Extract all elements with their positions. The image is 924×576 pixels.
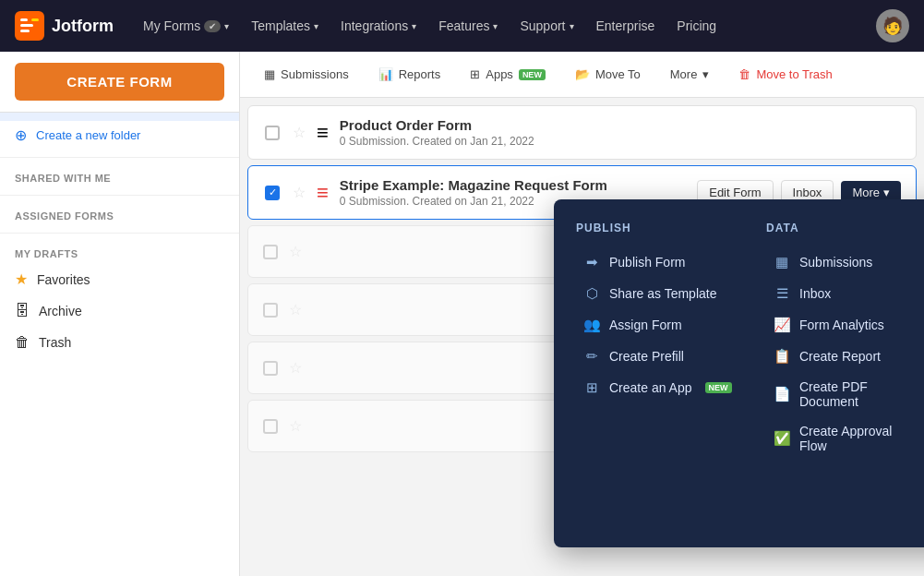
my-forms-badge: ✔ xyxy=(204,20,221,32)
create-app-badge: NEW xyxy=(705,382,732,393)
chevron-down-icon: ▾ xyxy=(883,186,890,199)
nav-my-forms[interactable]: My Forms ✔ ▾ xyxy=(143,18,229,33)
top-navigation: Jotform My Forms ✔ ▾ Templates ▾ Integra… xyxy=(0,0,924,52)
logo-text: Jotform xyxy=(52,17,114,36)
star-icon: ★ xyxy=(15,270,28,288)
dropdown-assign-form[interactable]: 👥 Assign Form xyxy=(576,310,744,340)
sidebar-trash[interactable]: 🗑 Trash xyxy=(0,327,239,358)
nav-pricing[interactable]: Pricing xyxy=(677,18,716,33)
archive-icon: 🗄 xyxy=(15,303,30,319)
dropdown-inbox[interactable]: ☰ Inbox xyxy=(766,279,923,308)
move-icon: 📂 xyxy=(575,67,590,81)
form1-checkbox[interactable] xyxy=(265,126,280,140)
approval-icon: ✅ xyxy=(774,430,790,447)
form2-checkbox-area[interactable] xyxy=(263,186,282,200)
apps-icon: ⊞ xyxy=(470,67,480,81)
form1-info: Product Order Form 0 Submission. Created… xyxy=(340,117,901,148)
empty-checkbox[interactable] xyxy=(263,245,278,259)
nav-features[interactable]: Features ▾ xyxy=(438,18,498,33)
apps-button[interactable]: ⊞ Apps NEW xyxy=(457,62,558,87)
svg-rect-1 xyxy=(20,18,28,21)
form2-checkbox[interactable] xyxy=(265,186,280,200)
toolbar: ▦ Submissions 📊 Reports ⊞ Apps NEW 📂 Mov… xyxy=(240,52,924,98)
publish-icon: ➡ xyxy=(583,254,600,270)
data-col-title: DATA xyxy=(766,222,923,234)
form1-star[interactable]: ☆ xyxy=(293,124,306,141)
form2-star[interactable]: ☆ xyxy=(293,184,306,201)
assign-icon: 👥 xyxy=(583,317,600,333)
form1-meta: 0 Submission. Created on Jan 21, 2022 xyxy=(340,135,901,148)
content-area: ▦ Submissions 📊 Reports ⊞ Apps NEW 📂 Mov… xyxy=(240,52,924,576)
form2-icon: ≡ xyxy=(317,181,329,205)
more-button[interactable]: More ▾ xyxy=(657,62,723,87)
logo[interactable]: Jotform xyxy=(15,11,114,41)
publish-col-title: PUBLISH xyxy=(576,222,744,234)
svg-rect-4 xyxy=(31,18,39,21)
form1-checkbox-area[interactable] xyxy=(263,126,282,140)
submissions-button[interactable]: ▦ Submissions xyxy=(251,62,362,87)
dropdown-submissions[interactable]: ▦ Submissions xyxy=(766,247,923,277)
apps-new-badge: NEW xyxy=(519,69,546,80)
dropdown-publish-col: PUBLISH ➡ Publish Form ⬡ Share as Templa… xyxy=(576,222,755,525)
dropdown-publish-form[interactable]: ➡ Publish Form xyxy=(576,247,744,277)
trash-red-icon: 🗑 xyxy=(738,67,750,81)
table-icon: ▦ xyxy=(264,67,275,81)
plus-icon: ⊕ xyxy=(15,126,27,144)
main-layout: MY FORMS 📁 All Forms ⊕ Create a new fold… xyxy=(0,52,924,576)
empty-star[interactable]: ☆ xyxy=(289,359,302,377)
my-forms-chevron: ▾ xyxy=(224,21,229,31)
chevron-down-icon: ▾ xyxy=(702,67,709,81)
dropdown-share-template[interactable]: ⬡ Share as Template xyxy=(576,279,744,308)
empty-star[interactable]: ☆ xyxy=(289,243,302,260)
nav-support[interactable]: Support ▾ xyxy=(520,18,573,33)
user-avatar[interactable]: 🧑 xyxy=(876,9,909,42)
nav-enterprise[interactable]: Enterprise xyxy=(596,18,655,33)
dropdown-data-col: DATA ▦ Submissions ☰ Inbox 📈 Form Analyt… xyxy=(755,222,924,525)
app-icon: ⊞ xyxy=(583,379,600,396)
move-to-button[interactable]: 📂 Move To xyxy=(562,62,654,87)
empty-checkbox[interactable] xyxy=(263,303,278,318)
reports-button[interactable]: 📊 Reports xyxy=(366,62,454,87)
dropdown-create-pdf[interactable]: 📄 Create PDF Document xyxy=(766,373,923,415)
trash-icon: 🗑 xyxy=(15,334,30,351)
dropdown-form-analytics[interactable]: 📈 Form Analytics xyxy=(766,310,923,340)
form1-icon: ≡ xyxy=(317,121,329,145)
dropdown-create-prefill[interactable]: ✏ Create Prefill xyxy=(576,342,744,371)
assigned-section-label: ASSIGNED FORMS xyxy=(0,203,239,225)
dropdown-create-approval[interactable]: ✅ Create Approval Flow xyxy=(766,417,923,460)
svg-rect-3 xyxy=(20,30,30,32)
dropdown-create-app[interactable]: ⊞ Create an App NEW xyxy=(576,373,744,402)
move-trash-button[interactable]: 🗑 Move to Trash xyxy=(726,62,845,87)
empty-checkbox[interactable] xyxy=(263,361,278,376)
form2-title: Stripe Example: Magazine Request Form xyxy=(340,177,686,193)
more-dropdown: PUBLISH ➡ Publish Form ⬡ Share as Templa… xyxy=(554,199,924,547)
share-icon: ⬡ xyxy=(583,285,600,302)
drafts-section-label: MY DRAFTS xyxy=(0,241,239,263)
sidebar: MY FORMS 📁 All Forms ⊕ Create a new fold… xyxy=(0,52,240,576)
create-form-button[interactable]: CREATE FORM xyxy=(15,63,224,101)
pdf-icon: 📄 xyxy=(774,386,790,402)
analytics-icon: 📈 xyxy=(774,317,790,333)
svg-rect-2 xyxy=(20,24,33,27)
submissions-icon: ▦ xyxy=(774,254,790,270)
nav-integrations[interactable]: Integrations ▾ xyxy=(341,18,416,33)
sidebar-create-folder[interactable]: ⊕ Create a new folder xyxy=(0,121,239,150)
reports-icon: 📊 xyxy=(378,67,393,81)
sidebar-archive[interactable]: 🗄 Archive xyxy=(0,295,239,327)
nav-templates[interactable]: Templates ▾ xyxy=(251,18,318,33)
form1-title: Product Order Form xyxy=(340,117,901,133)
prefill-icon: ✏ xyxy=(583,348,600,365)
empty-star[interactable]: ☆ xyxy=(289,301,302,318)
shared-section-label: SHARED WITH ME xyxy=(0,165,239,187)
inbox-icon: ☰ xyxy=(774,285,790,302)
form-row[interactable]: ☆ ≡ Product Order Form 0 Submission. Cre… xyxy=(247,105,917,160)
sidebar-favorites[interactable]: ★ Favorites xyxy=(0,263,239,295)
dropdown-create-report[interactable]: 📋 Create Report xyxy=(766,342,923,371)
report-icon: 📋 xyxy=(774,348,790,365)
empty-star[interactable]: ☆ xyxy=(289,417,302,435)
empty-checkbox[interactable] xyxy=(263,419,278,434)
